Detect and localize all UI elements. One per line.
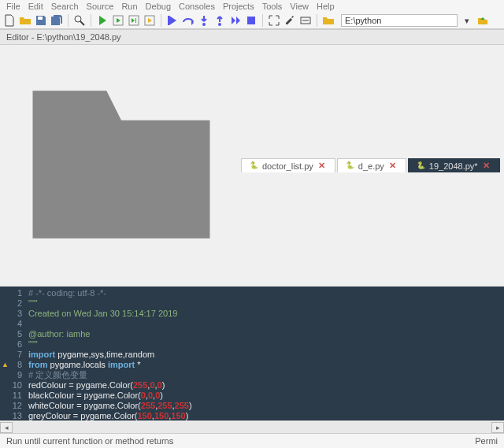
tab-bar: 🐍doctor_list.py✕🐍d_e.py✕🐍19_2048.py*✕ <box>0 45 504 287</box>
close-tab-icon[interactable]: ✕ <box>481 161 491 171</box>
menu-projects[interactable]: Projects <box>223 2 254 11</box>
up-dir-icon[interactable] <box>476 14 489 27</box>
run-icon[interactable] <box>96 14 109 27</box>
run-cell-icon[interactable] <box>112 14 124 27</box>
run-selected-icon[interactable] <box>143 14 156 27</box>
svg-rect-7 <box>168 16 169 25</box>
svg-rect-10 <box>247 17 255 24</box>
menu-consoles[interactable]: Consoles <box>179 2 215 11</box>
status-left: Run until current function or method ret… <box>6 436 173 446</box>
close-tab-icon[interactable]: ✕ <box>317 161 327 171</box>
menu-file[interactable]: File <box>6 2 20 11</box>
file-browse-icon[interactable] <box>3 46 239 284</box>
scroll-right-icon[interactable]: ▸ <box>491 422 504 433</box>
menu-help[interactable]: Help <box>317 2 335 11</box>
editor-path-bar: Editor - E:\python\19_2048.py <box>0 29 504 45</box>
svg-point-1 <box>75 16 81 22</box>
svg-rect-0 <box>38 17 43 20</box>
svg-point-8 <box>202 23 206 26</box>
stop-icon[interactable] <box>245 14 258 27</box>
working-dir-input[interactable] <box>341 14 458 27</box>
scroll-left-icon[interactable]: ◂ <box>0 422 13 433</box>
pythonpath-icon[interactable] <box>299 14 312 27</box>
menubar: FileEditSearchSourceRunDebugConsolesProj… <box>0 0 504 13</box>
close-tab-icon[interactable]: ✕ <box>387 161 398 171</box>
menu-view[interactable]: View <box>290 2 309 11</box>
folder-open-icon[interactable] <box>322 14 335 27</box>
menu-debug[interactable]: Debug <box>146 2 171 11</box>
settings-icon[interactable] <box>284 14 296 27</box>
svg-line-2 <box>80 21 84 25</box>
save-icon[interactable] <box>35 14 47 27</box>
step-over-icon[interactable] <box>182 14 195 27</box>
dropdown-icon[interactable]: ▾ <box>461 14 473 27</box>
menu-search[interactable]: Search <box>51 2 79 11</box>
tab-label: d_e.py <box>358 161 384 171</box>
svg-point-9 <box>218 23 221 26</box>
warning-icon: ▲ <box>2 360 9 370</box>
continue-icon[interactable] <box>229 14 242 27</box>
open-icon[interactable] <box>19 14 32 27</box>
save-all-icon[interactable] <box>50 14 63 27</box>
menu-edit[interactable]: Edit <box>28 2 43 11</box>
run-next-icon[interactable] <box>128 14 140 27</box>
menu-source[interactable]: Source <box>87 2 114 11</box>
menu-tools[interactable]: Tools <box>262 2 283 11</box>
debug-icon[interactable] <box>166 14 179 27</box>
horizontal-scrollbar[interactable]: ◂ ▸ <box>0 420 504 433</box>
python-file-icon: 🐍 <box>250 161 259 171</box>
status-bar: Run until current function or method ret… <box>0 433 504 448</box>
python-file-icon: 🐍 <box>346 161 355 171</box>
toolbar: ▾ <box>0 13 504 29</box>
tab-d-e-py[interactable]: 🐍d_e.py✕ <box>337 158 406 172</box>
tab-label: doctor_list.py <box>262 161 313 171</box>
step-into-icon[interactable] <box>198 14 210 27</box>
tab-19-2048-py-[interactable]: 🐍19_2048.py*✕ <box>408 158 500 172</box>
python-file-icon: 🐍 <box>417 161 426 171</box>
svg-rect-5 <box>135 18 136 23</box>
tab-doctor-list-py[interactable]: 🐍doctor_list.py✕ <box>241 158 335 172</box>
status-right: Permi <box>475 436 498 446</box>
new-file-icon[interactable] <box>3 14 16 27</box>
code-editor[interactable]: 12345678▲9101112131415161718192021222324… <box>0 287 504 420</box>
search-icon[interactable] <box>73 14 86 27</box>
menu-run[interactable]: Run <box>121 2 137 11</box>
line-gutter: 12345678▲9101112131415161718192021222324… <box>0 287 25 420</box>
scroll-track[interactable] <box>13 422 491 433</box>
fullscreen-icon[interactable] <box>268 14 280 27</box>
step-out-icon[interactable] <box>213 14 226 27</box>
tab-label: 19_2048.py* <box>429 161 478 171</box>
code-content[interactable]: # -*- coding: utf-8 -*-"""Created on Wed… <box>28 287 504 420</box>
